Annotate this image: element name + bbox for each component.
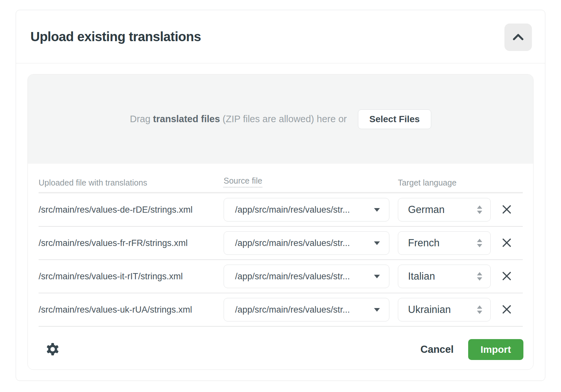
table-row: /src/main/res/values-de-rDE/strings.xml … [39,193,523,227]
up-down-arrows-icon [477,205,483,214]
target-language-dropdown[interactable]: French [398,231,491,255]
column-header-target-language: Target language [398,178,491,188]
table-header: Uploaded file with translations Source f… [39,164,523,193]
target-language-value: German [408,204,445,216]
remove-row-button[interactable] [498,201,516,219]
dropzone-instructions: Drag translated files (ZIP files are all… [130,114,347,124]
up-down-arrows-icon [477,238,483,248]
file-dropzone[interactable]: Drag translated files (ZIP files are all… [28,74,533,164]
collapse-button[interactable] [504,24,532,51]
x-icon [502,237,512,249]
caret-down-icon [374,241,380,245]
panel-footer: Cancel Import [28,327,533,370]
dialog-title: Upload existing translations [30,29,201,44]
cancel-button[interactable]: Cancel [414,344,460,355]
source-file-dropdown[interactable]: /app/src/main/res/values/str... [224,298,389,321]
gear-icon [46,343,59,357]
upload-panel: Drag translated files (ZIP files are all… [27,74,534,370]
uploaded-file-path: /src/main/res/values-uk-rUA/strings.xml [39,305,224,315]
settings-button[interactable] [46,343,59,357]
import-button[interactable]: Import [468,339,523,360]
column-header-uploaded-file: Uploaded file with translations [39,178,224,188]
dialog-header: Upload existing translations [16,10,545,63]
target-language-value: Ukrainian [408,304,451,316]
target-language-dropdown[interactable]: German [398,198,491,221]
select-files-button[interactable]: Select Files [358,109,431,129]
table-row: /src/main/res/values-it-rIT/strings.xml … [39,260,523,293]
target-language-value: Italian [408,270,435,282]
target-language-dropdown[interactable]: Italian [398,265,491,288]
up-down-arrows-icon [477,305,483,314]
column-header-source-file: Source file [224,176,398,188]
upload-rows: /src/main/res/values-de-rDE/strings.xml … [39,193,523,327]
target-language-value: French [408,237,439,249]
source-file-dropdown[interactable]: /app/src/main/res/values/str... [224,231,389,255]
source-file-value: /app/src/main/res/values/str... [235,271,350,282]
uploaded-file-path: /src/main/res/values-de-rDE/strings.xml [39,205,224,215]
upload-dialog: Upload existing translations Drag transl… [16,10,545,381]
x-icon [502,271,512,282]
caret-down-icon [374,308,380,312]
uploaded-file-path: /src/main/res/values-it-rIT/strings.xml [39,271,224,282]
up-down-arrows-icon [477,272,483,281]
x-icon [502,204,512,216]
caret-down-icon [374,275,380,278]
table-row: /src/main/res/values-uk-rUA/strings.xml … [39,293,523,327]
source-file-dropdown[interactable]: /app/src/main/res/values/str... [224,198,389,221]
uploaded-file-path: /src/main/res/values-fr-rFR/strings.xml [39,238,224,248]
source-file-value: /app/src/main/res/values/str... [235,205,350,215]
source-file-dropdown[interactable]: /app/src/main/res/values/str... [224,265,389,288]
remove-row-button[interactable] [498,234,516,252]
remove-row-button[interactable] [498,301,516,319]
caret-down-icon [374,208,380,212]
source-file-value: /app/src/main/res/values/str... [235,305,350,315]
remove-row-button[interactable] [498,267,516,286]
x-icon [502,304,512,316]
target-language-dropdown[interactable]: Ukrainian [398,298,491,321]
source-file-value: /app/src/main/res/values/str... [235,238,350,248]
chevron-up-icon [513,34,524,41]
table-row: /src/main/res/values-fr-rFR/strings.xml … [39,227,523,260]
